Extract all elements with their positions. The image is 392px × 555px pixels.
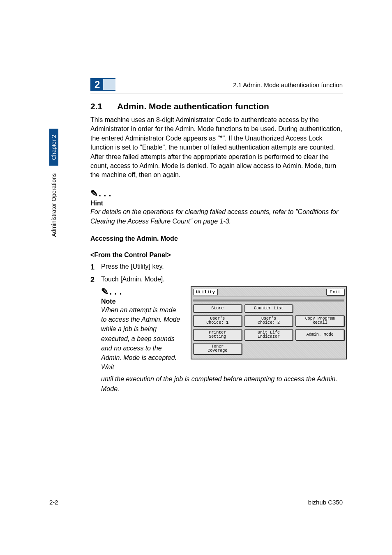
step-1-number: 1	[90, 263, 101, 272]
lcd-separator	[193, 296, 344, 302]
lcd-btn-store[interactable]: Store	[193, 304, 242, 313]
step-2-text: Touch [Admin. Mode].	[101, 276, 347, 283]
hint-text: For details on the operations for cleari…	[90, 207, 343, 226]
chapter-badge-tail	[103, 79, 115, 90]
header-rule	[90, 94, 343, 94]
lcd-exit-button[interactable]: Exit	[326, 289, 344, 295]
footer-page-number: 2-2	[49, 499, 58, 506]
section-number: 2.1	[90, 101, 115, 111]
side-tab-section: Administrator Operations	[49, 168, 58, 243]
section-heading: 2.1 Admin. Mode authentication function	[90, 101, 343, 111]
running-header-title: 2.1 Admin. Mode authentication function	[233, 81, 343, 88]
lcd-title: Utility	[193, 289, 218, 295]
note-icon: ✎	[101, 286, 108, 297]
lcd-btn-printer-setting[interactable]: Printer Setting	[193, 329, 242, 341]
side-tab: Administrator Operations Chapter 2	[49, 123, 58, 243]
note-text: When an attempt is made to access the Ad…	[101, 305, 183, 372]
hint-dots: . . .	[99, 188, 111, 198]
chapter-number: 2	[90, 78, 103, 91]
hint-label: Hint	[90, 200, 343, 207]
lcd-btn-admin-mode[interactable]: Admin. Mode	[295, 329, 344, 341]
lcd-btn-users-choice-2[interactable]: User's Choice: 2	[244, 315, 293, 327]
subhead-accessing: Accessing the Admin. Mode	[90, 235, 343, 242]
side-tab-chapter: Chapter 2	[49, 129, 58, 166]
section-title: Admin. Mode authentication function	[117, 101, 269, 111]
lcd-btn-toner-coverage[interactable]: Toner Coverage	[193, 343, 242, 355]
lcd-btn-counter-list[interactable]: Counter List	[244, 304, 293, 313]
step-2-number: 2	[90, 276, 101, 284]
note-continuation: until the execution of the job is comple…	[101, 374, 347, 393]
lcd-screenshot: Utility Exit Store Counter List User's C…	[191, 286, 347, 359]
note-dots: . . .	[109, 286, 122, 297]
footer-product: bizhub C350	[308, 499, 343, 506]
subhead-panel: <From the Control Panel>	[90, 251, 343, 259]
note-label: Note	[101, 298, 183, 305]
chapter-badge: 2	[90, 78, 115, 91]
step-1-text: Press the [Utility] key.	[101, 263, 343, 270]
lcd-btn-copy-program-recall[interactable]: Copy Program Recall	[295, 315, 344, 327]
lcd-btn-unit-life-indicator[interactable]: Unit Life Indicator	[244, 329, 293, 341]
section-intro: This machine uses an 8-digit Administrat…	[90, 115, 343, 180]
lcd-btn-users-choice-1[interactable]: User's Choice: 1	[193, 315, 242, 327]
hint-icon: ✎	[90, 188, 98, 198]
